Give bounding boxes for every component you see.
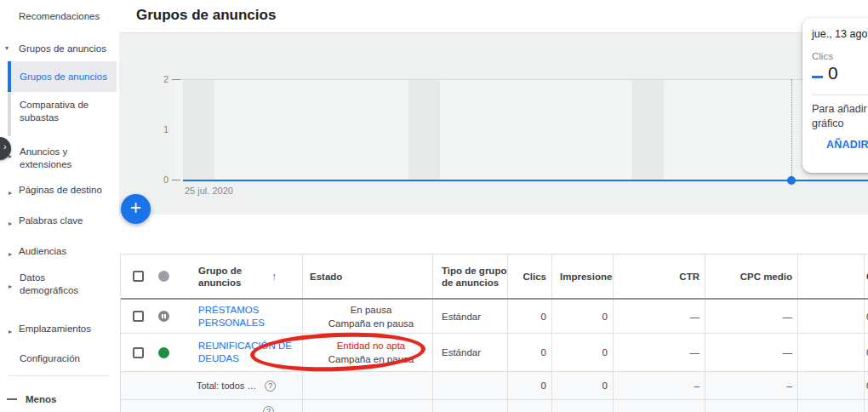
column-header-estado[interactable]: Estado xyxy=(303,255,433,298)
tooltip-metric-value: 0 xyxy=(828,63,838,83)
impresiones-total-cell: 0 xyxy=(552,372,614,399)
chevron-right-icon[interactable]: ▸ xyxy=(9,250,12,258)
clipped-cell: 0 xyxy=(865,372,868,399)
sidebar: Recomendaciones ▾ Grupos de anuncios Gru… xyxy=(0,0,119,412)
extra-cell xyxy=(798,372,865,399)
help-icon[interactable]: ? xyxy=(263,406,274,412)
chevron-right-icon[interactable]: ▸ xyxy=(9,328,12,335)
estado-line2: Campaña en pausa xyxy=(328,352,414,366)
ctr-cell: — xyxy=(614,300,705,333)
ctr-cell xyxy=(614,400,705,412)
cpc-cell xyxy=(705,400,798,412)
weekend-band xyxy=(408,79,440,180)
total-label-cell: Total: todos … ? xyxy=(121,372,303,399)
column-header-impresiones[interactable]: Impresiones xyxy=(552,255,614,298)
add-metric-button[interactable]: AÑADIR N xyxy=(826,139,868,151)
impresiones-cell: 0 xyxy=(552,300,614,333)
page-title: Grupos de anuncios xyxy=(136,7,276,24)
clipped-cell: 0 xyxy=(865,334,868,371)
sidebar-item-recomendaciones[interactable]: Recomendaciones xyxy=(19,10,100,23)
sidebar-item-menos[interactable]: Menos xyxy=(26,393,56,406)
sidebar-item-palabras-clave[interactable]: Palabras clave xyxy=(19,215,83,227)
hover-crosshair-line xyxy=(791,79,792,176)
sidebar-divider xyxy=(9,375,109,376)
sidebar-item-anuncios-y-extensiones[interactable]: Anuncios y extensiones xyxy=(20,146,100,171)
sidebar-item-configuracion[interactable]: Configuración xyxy=(20,352,80,365)
impresiones-cell: 0 xyxy=(552,334,614,371)
column-header-cpc[interactable]: CPC medio xyxy=(705,255,798,298)
header-group-cell: Grupo de anuncios ↑ xyxy=(121,255,303,298)
tooltip-divider xyxy=(812,94,868,95)
table-header-row: Grupo de anuncios ↑ Estado Tipo de grupo… xyxy=(121,255,868,300)
sidebar-item-audiencias[interactable]: Audiencias xyxy=(19,245,66,258)
sort-ascending-icon[interactable]: ↑ xyxy=(271,271,277,283)
chart-plot-area[interactable] xyxy=(174,79,868,180)
partial-total-row: ? xyxy=(121,400,868,412)
estado-cell: En pausa Campaña en pausa xyxy=(303,300,433,333)
tooltip-date: jue., 13 ago. xyxy=(812,28,868,40)
chevron-right-icon[interactable]: ▸ xyxy=(9,189,12,197)
chevron-right-icon[interactable]: ▸ xyxy=(9,283,12,290)
ctr-cell: — xyxy=(614,334,705,371)
extra-cell xyxy=(798,334,865,371)
cpc-total-cell: – xyxy=(705,372,798,399)
axis-tick xyxy=(172,180,180,180)
enabled-status-icon[interactable] xyxy=(158,347,169,358)
sidebar-item-grupos-de-anuncios-selected[interactable]: Grupos de anuncios xyxy=(11,61,117,92)
tooltip-note-line2: gráfico xyxy=(812,117,844,129)
impresiones-cell xyxy=(552,400,614,412)
minus-icon xyxy=(7,398,17,400)
clipped-cell: 0 xyxy=(865,300,868,333)
tipo-cell xyxy=(433,400,508,412)
sidebar-item-grupos-de-anuncios[interactable]: Grupos de anuncios xyxy=(19,43,106,55)
weekend-band xyxy=(183,79,214,180)
google-ads-app: Recomendaciones ▾ Grupos de anuncios Gru… xyxy=(0,0,868,412)
ad-groups-table: Grupo de anuncios ↑ Estado Tipo de grupo… xyxy=(120,254,868,412)
ad-group-link[interactable]: PRÉSTAMOS PERSONALES xyxy=(198,304,299,329)
sidebar-item-comparativa-de-subastas[interactable]: Comparativa de subastas xyxy=(20,99,105,124)
cpc-cell: — xyxy=(705,300,798,333)
estado-line2: Campaña en pausa xyxy=(328,317,414,330)
paused-status-icon[interactable] xyxy=(158,311,169,322)
chevron-down-icon[interactable]: ▾ xyxy=(5,44,9,52)
clics-cell: 0 xyxy=(508,334,552,371)
column-header-clics[interactable]: Clics xyxy=(508,255,552,298)
clipped-cell xyxy=(865,400,868,412)
select-all-checkbox[interactable] xyxy=(133,271,144,282)
row-name-cell: REUNIFICACIÓN DE DEUDAS xyxy=(121,334,303,371)
sidebar-item-paginas-de-destino[interactable]: Páginas de destino xyxy=(19,184,102,197)
estado-line1: En pausa xyxy=(351,303,392,317)
total-label: Total: todos … xyxy=(197,381,256,391)
extra-cell xyxy=(798,400,865,412)
column-header-grupo[interactable]: Grupo de anuncios xyxy=(198,265,265,289)
estado-cell xyxy=(303,372,433,399)
help-icon[interactable]: ? xyxy=(265,381,276,392)
ctr-total-cell: – xyxy=(614,372,705,399)
clics-total-cell: 0 xyxy=(508,372,552,399)
chart-tooltip-card: jue., 13 ago. Clics 0 Para añadir u gráf… xyxy=(802,18,868,173)
filter-bar: Estado del grupo de anuncios:Todo lo que… xyxy=(119,215,868,252)
chevron-right-icon[interactable]: ▸ xyxy=(9,220,12,227)
sidebar-item-emplazamientos[interactable]: Emplazamientos xyxy=(19,323,91,335)
row-checkbox[interactable] xyxy=(133,311,144,322)
tooltip-metric-label: Clics xyxy=(812,51,833,61)
x-tick-label: 25 jul. 2020 xyxy=(185,186,233,196)
column-header-ctr[interactable]: CTR xyxy=(614,255,705,298)
tipo-cell xyxy=(433,372,508,399)
tipo-cell: Estándar xyxy=(433,300,508,333)
column-header-tipo[interactable]: Tipo de grupo de anuncios xyxy=(433,255,508,298)
estado-cell xyxy=(303,400,433,412)
sidebar-item-label: Grupos de anuncios xyxy=(20,72,107,82)
total-label-cell: ? xyxy=(121,400,303,412)
total-row: Total: todos … ? 0 0 – – 0 xyxy=(121,372,868,400)
ad-group-link[interactable]: REUNIFICACIÓN DE DEUDAS xyxy=(198,340,299,365)
add-ad-group-fab[interactable]: + xyxy=(121,194,151,224)
row-checkbox[interactable] xyxy=(133,347,144,358)
y-tick-label: 0 xyxy=(151,175,168,185)
chevron-right-icon: › xyxy=(3,141,7,152)
hover-data-point xyxy=(787,176,796,185)
column-header-clipped[interactable]: C xyxy=(865,255,868,298)
y-tick-label: 2 xyxy=(151,74,168,84)
sidebar-item-datos-demograficos[interactable]: Datos demográficos xyxy=(20,272,100,297)
status-dot-icon xyxy=(158,271,169,282)
